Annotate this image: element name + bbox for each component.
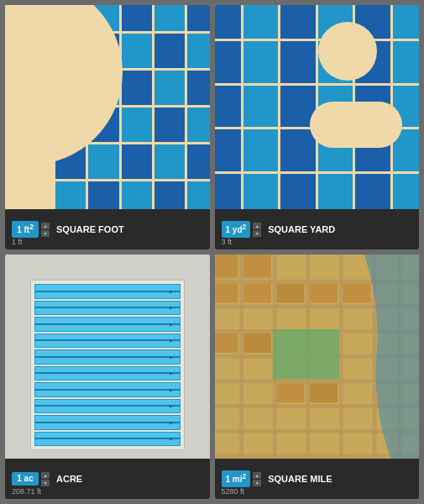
panel-title: SQUARE FOOT [56,224,124,234]
tile [393,41,419,83]
panel-title: SQUARE MILE [268,474,332,484]
svg-rect-25 [215,333,238,353]
arrow-up[interactable]: ▲ [41,472,50,479]
svg-rect-20 [276,284,304,303]
tile [215,129,241,171]
arrow-up[interactable]: ▲ [253,223,261,229]
panel-square-mile: 1 mi2 ▲ ▼ SQUARE MILE 5280 ft [215,255,420,499]
panel-sublabel: 5280 ft [222,487,245,496]
svg-rect-18 [215,284,238,303]
tile [187,34,209,68]
unit-badge: 1 mi2 [222,470,251,486]
tile [88,144,118,179]
pool-lane: ▶ [34,415,181,430]
tile [280,41,315,83]
svg-rect-15 [272,329,338,379]
pool-lane: ▶ [34,317,181,332]
tile [122,5,152,31]
tile [122,34,152,68]
tile [243,129,278,171]
tile [243,86,278,128]
tile [393,5,419,39]
tile [215,86,241,128]
tile [243,41,278,83]
tile [243,5,278,39]
tile [187,5,209,31]
info-bar-acre: 1 ac ▲ ▼ ACRE 208.71 ft [5,459,210,499]
svg-rect-26 [243,333,271,353]
arrow-down[interactable]: ▼ [253,480,261,486]
arrow-down[interactable]: ▼ [253,230,261,237]
pool-lane: ▶ [34,301,181,316]
tile [154,71,185,105]
tile [122,71,152,105]
pool-lane: ▶ [34,349,181,365]
tile [187,71,209,105]
info-bar-square-foot: 1 ft2 ▲ ▼ SQUARE FOOT 1 ft [5,209,210,249]
unit-badge: 1 yd2 [222,221,251,237]
person-body-shape [310,102,402,148]
arrow-down[interactable]: ▼ [41,480,50,486]
stepper-arrows[interactable]: ▲ ▼ [41,223,50,237]
stepper-arrows[interactable]: ▲ ▼ [253,223,261,237]
svg-rect-22 [343,284,370,303]
svg-rect-19 [243,284,271,303]
panel-square-foot: 1 ft2 ▲ ▼ SQUARE FOOT 1 ft [5,5,210,249]
unit-value: 1 mi2 [226,473,247,484]
tile [122,144,152,179]
tile [154,34,185,68]
pool-lane: ▶ [34,432,181,447]
pool-lane: ▶ [34,284,181,299]
arrow-up[interactable]: ▲ [41,223,50,229]
unit-value: 1 ac [17,475,33,483]
unit-value: 1 ft2 [17,223,34,234]
pool-lane: ▶ [34,333,181,349]
tile [154,108,185,142]
tile [215,41,241,83]
tile [187,108,209,142]
tile [154,5,185,31]
stepper-arrows[interactable]: ▲ ▼ [253,472,261,486]
svg-rect-24 [310,383,338,402]
unit-badge: 1 ft2 [12,221,39,237]
svg-rect-23 [276,383,304,402]
tile [215,5,241,39]
tile [280,5,315,39]
pool-visual: ▶ ▶ ▶ ▶ ▶ ▶ ▶ ▶ ▶ ▶ [30,280,185,450]
panel-sublabel: 1 ft [12,238,23,246]
unit-badge: 1 ac [12,472,39,486]
tile [187,144,209,179]
pool-lane: ▶ [34,366,181,381]
panel-title: ACRE [56,474,82,484]
stepper-arrows[interactable]: ▲ ▼ [41,472,50,486]
svg-rect-17 [243,255,271,278]
panel-sublabel: 208.71 ft [12,487,41,496]
tile [122,108,152,142]
panel-sublabel: 3 ft [222,238,233,246]
tile [280,129,315,171]
svg-rect-8 [215,454,420,459]
person-head-shape [318,22,377,81]
pool-lane: ▶ [34,382,181,397]
info-bar-square-mile: 1 mi2 ▲ ▼ SQUARE MILE 5280 ft [215,459,420,499]
arrow-up[interactable]: ▲ [253,472,261,479]
tile [154,144,185,179]
pool-lane: ▶ [34,399,181,414]
arrow-down[interactable]: ▼ [41,230,50,237]
panel-title: SQUARE YARD [268,224,335,234]
svg-rect-21 [310,284,338,303]
panel-square-yard: 1 yd2 ▲ ▼ SQUARE YARD 3 ft [215,5,420,249]
unit-value: 1 yd2 [226,223,247,234]
panel-acre: ▶ ▶ ▶ ▶ ▶ ▶ ▶ ▶ ▶ ▶ 1 ac ▲ ▼ ACRE 208.71… [5,255,210,499]
info-bar-square-yard: 1 yd2 ▲ ▼ SQUARE YARD 3 ft [215,209,420,249]
svg-rect-16 [215,255,238,278]
